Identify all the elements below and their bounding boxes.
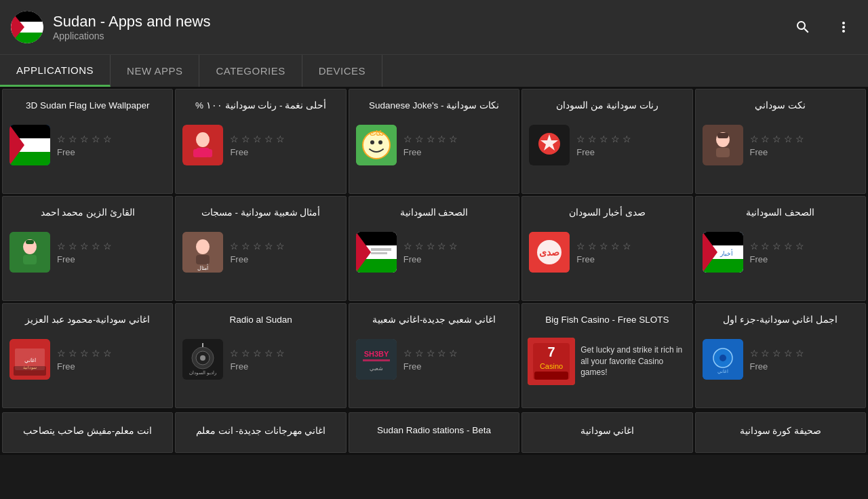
app-card-2[interactable]: Sudanese Joke's - نكات سودانية نكات ☆ ☆ … (349, 89, 519, 194)
svg-point-59 (200, 355, 205, 361)
app-logo (11, 11, 43, 43)
svg-point-11 (196, 132, 210, 147)
svg-rect-70 (534, 372, 568, 380)
app-title-13: Big Fish Casino - Free SLOTS (522, 304, 692, 334)
app-free-0: Free (57, 147, 165, 157)
app-icon-8: صدى (529, 232, 570, 273)
svg-text:أخبار: أخبار (719, 249, 732, 258)
app-card-11[interactable]: Radio al Sudan راديو السودان ☆ ☆ ☆ ☆ ☆ F… (175, 303, 346, 408)
app-stars-11: ☆ ☆ ☆ ☆ ☆ (230, 348, 338, 359)
app-body-11: راديو السودان ☆ ☆ ☆ ☆ ☆ Free (176, 334, 345, 385)
app-meta-5: ☆ ☆ ☆ ☆ ☆ Free (57, 241, 165, 264)
app-icon-0 (9, 125, 50, 165)
svg-point-18 (378, 140, 382, 144)
app-meta-14: ☆ ☆ ☆ ☆ ☆ Free (750, 348, 859, 372)
tab-applications[interactable]: Applications (0, 55, 111, 87)
app-icon-12: SH3BY شعبي (356, 339, 397, 380)
app-icon-10: اغاني سودانية (9, 339, 50, 380)
app-title-4: نكت سوداني (696, 89, 865, 119)
svg-text:سودانية: سودانية (23, 365, 37, 370)
app-body-8: صدى ☆ ☆ ☆ ☆ ☆ Free (522, 226, 692, 278)
app-stars-1: ☆ ☆ ☆ ☆ ☆ (230, 134, 338, 144)
app-free-5: Free (57, 254, 165, 264)
app-card-3[interactable]: رنات سودانية من السودان ☆ ☆ ☆ ☆ ☆ Free (521, 89, 692, 194)
svg-text:راديو السودان: راديو السودان (189, 370, 216, 376)
bottom-card-1[interactable]: اغاني مهرجانات جديدة- انت معلم (175, 412, 346, 453)
app-meta-8: ☆ ☆ ☆ ☆ ☆ Free (576, 241, 685, 264)
svg-rect-41 (371, 252, 387, 254)
svg-point-73 (719, 355, 726, 361)
app-card-12[interactable]: اغاني شعبي جديدة-اغاني شعبية SH3BY شعبي … (349, 303, 519, 408)
header-left: Sudan - Apps and news Applications (11, 11, 210, 43)
tab-bar: Applications New apps Categories Devices (0, 54, 868, 87)
bottom-title-2: Sudan Radio stations - Beta (349, 413, 519, 447)
app-body-10: اغاني سودانية ☆ ☆ ☆ ☆ ☆ Free (3, 334, 172, 385)
app-meta-2: ☆ ☆ ☆ ☆ ☆ Free (403, 134, 512, 157)
app-stars-0: ☆ ☆ ☆ ☆ ☆ (57, 134, 165, 144)
app-free-11: Free (230, 361, 338, 372)
app-card-14[interactable]: اجمل اغاني سودانية-جزء اول اغاني ☆ ☆ ☆ ☆… (695, 303, 866, 408)
bottom-title-3: اغاني سودانية (522, 413, 692, 448)
app-card-8[interactable]: صدى أخبار السودان صدى ☆ ☆ ☆ ☆ ☆ Free (521, 196, 692, 301)
tab-categories[interactable]: Categories (199, 55, 302, 87)
bottom-card-0[interactable]: انت معلم-مفيش صاحب يتصاحب (2, 412, 173, 453)
bottom-card-2[interactable]: Sudan Radio stations - Beta (349, 412, 519, 453)
app-title-3: رنات سودانية من السودان (522, 89, 692, 119)
app-card-0[interactable]: 3D Sudan Flag Live Wallpaper ☆ ☆ ☆ ☆ ☆ F… (2, 89, 173, 194)
app-free-9: Free (750, 254, 859, 264)
app-meta-9: ☆ ☆ ☆ ☆ ☆ Free (750, 241, 859, 264)
tab-new-apps[interactable]: New apps (111, 55, 199, 87)
svg-rect-14 (207, 149, 212, 157)
bottom-card-3[interactable]: اغاني سودانية (521, 412, 692, 453)
svg-rect-29 (23, 255, 37, 264)
search-icon[interactable] (789, 14, 816, 41)
app-icon-11: راديو السودان (182, 339, 223, 380)
svg-text:اغاني: اغاني (717, 369, 728, 374)
svg-rect-26 (716, 148, 730, 157)
app-card-7[interactable]: الصحف السودانية ☆ ☆ ☆ ☆ ☆ Free (349, 196, 519, 301)
header-subtitle: Applications (53, 31, 210, 41)
app-meta-11: ☆ ☆ ☆ ☆ ☆ Free (230, 348, 338, 372)
app-icon-6: أمثال (182, 232, 223, 273)
app-body-9: أخبار ☆ ☆ ☆ ☆ ☆ Free (696, 226, 865, 278)
app-body-0: ☆ ☆ ☆ ☆ ☆ Free (3, 119, 172, 171)
app-free-8: Free (576, 254, 685, 264)
app-grid: 3D Sudan Flag Live Wallpaper ☆ ☆ ☆ ☆ ☆ F… (0, 87, 868, 410)
app-stars-14: ☆ ☆ ☆ ☆ ☆ (750, 348, 859, 359)
app-card-4[interactable]: نكت سوداني ☆ ☆ ☆ ☆ ☆ Free (695, 89, 866, 194)
app-title-8: صدى أخبار السودان (522, 197, 692, 226)
app-title-9: الصحف السودانية (696, 197, 865, 226)
svg-text:نكات: نكات (369, 129, 383, 137)
app-title-1: أحلى نغمة - رنات سودانية ١٠٠ % (176, 89, 345, 119)
app-card-10[interactable]: اغاني سودانية-محمود عبد العزيز اغاني سود… (2, 303, 173, 408)
app-card-9[interactable]: الصحف السودانية أخبار ☆ ☆ ☆ ☆ ☆ Free (695, 196, 866, 301)
app-title-7: الصحف السودانية (349, 197, 519, 226)
header-titles: Sudan - Apps and news Applications (53, 13, 210, 41)
app-stars-10: ☆ ☆ ☆ ☆ ☆ (57, 348, 165, 359)
app-body-1: ☆ ☆ ☆ ☆ ☆ Free (176, 119, 345, 171)
app-stars-9: ☆ ☆ ☆ ☆ ☆ (750, 241, 859, 252)
app-icon-14: اغاني (703, 339, 743, 380)
app-card-6[interactable]: أمثال شعبية سودانية - مسجات أمثال ☆ ☆ ☆ … (175, 196, 346, 301)
app-icon-5 (9, 232, 50, 273)
tab-devices[interactable]: Devices (302, 55, 382, 87)
app-body-3: ☆ ☆ ☆ ☆ ☆ Free (522, 119, 692, 171)
bottom-title-4: صحيفة كورة سودانية (696, 413, 865, 448)
app-title-5: القارئ الزين محمد احمد (3, 197, 172, 226)
app-title-10: اغاني سودانية-محمود عبد العزيز (3, 304, 172, 334)
app-free-2: Free (403, 147, 512, 157)
app-free-12: Free (403, 361, 512, 372)
more-options-icon[interactable] (830, 14, 857, 41)
app-title-12: اغاني شعبي جديدة-اغاني شعبية (349, 304, 519, 334)
header-icons (789, 14, 857, 41)
svg-point-17 (370, 140, 374, 144)
app-free-4: Free (750, 147, 859, 157)
svg-rect-40 (371, 248, 391, 251)
app-card-13[interactable]: Big Fish Casino - Free SLOTS 7 Casino Ge… (521, 303, 692, 408)
bottom-card-4[interactable]: صحيفة كورة سودانية (695, 412, 866, 453)
svg-text:صدى: صدى (539, 247, 559, 258)
app-card-5[interactable]: القارئ الزين محمد احمد ☆ ☆ ☆ ☆ ☆ Free (2, 196, 173, 301)
app-free-3: Free (576, 147, 685, 157)
app-card-1[interactable]: أحلى نغمة - رنات سودانية ١٠٠ % ☆ ☆ ☆ ☆ ☆… (175, 89, 346, 194)
app-title-14: اجمل اغاني سودانية-جزء اول (696, 304, 865, 334)
